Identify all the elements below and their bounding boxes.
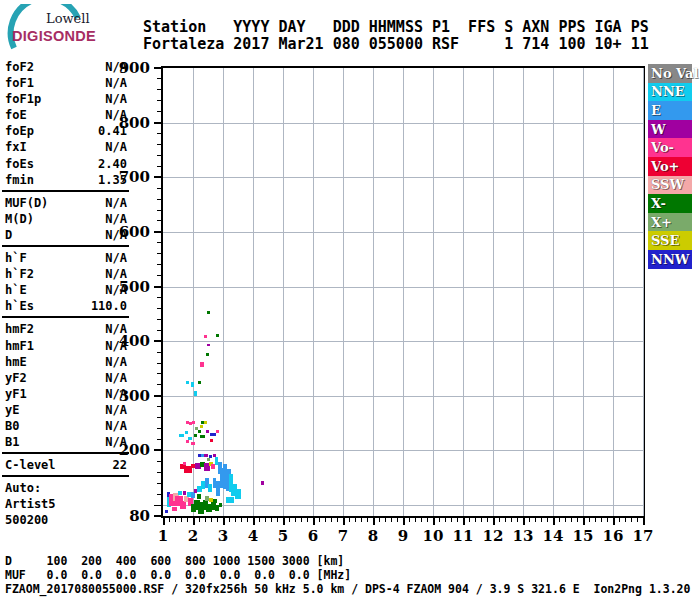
param-label: fxI <box>5 139 27 155</box>
data-point <box>208 484 212 492</box>
gridline-horizontal <box>163 232 643 233</box>
x-axis-minor-tick <box>541 518 542 522</box>
x-axis-tick-label: 17 <box>631 527 655 545</box>
param-value: N/A <box>105 250 127 266</box>
auto-block-line: Auto: <box>5 480 127 496</box>
x-axis-minor-tick <box>229 518 230 522</box>
param-label: foF1 <box>5 75 34 91</box>
param-row: MUF(D)N/A <box>5 195 127 211</box>
legend-label: NNW <box>648 252 689 267</box>
x-axis-major-tick <box>163 518 165 525</box>
x-axis-minor-tick <box>355 518 356 522</box>
param-row: foF2N/A <box>5 59 127 75</box>
x-axis-tick-label: 11 <box>451 527 475 545</box>
x-axis-minor-tick <box>559 518 560 522</box>
y-axis-minor-tick <box>157 406 161 407</box>
x-axis-tick-label: 12 <box>481 527 505 545</box>
y-axis-tick-label: 900 <box>114 59 150 77</box>
y-axis-minor-tick <box>157 417 161 418</box>
x-axis-major-tick <box>553 518 555 525</box>
y-axis-tick <box>154 450 161 451</box>
data-point <box>191 442 195 445</box>
x-axis-minor-tick <box>205 518 206 522</box>
legend-item: NNE <box>648 83 692 102</box>
y-axis-minor-tick <box>157 253 161 254</box>
data-point <box>186 440 189 443</box>
param-value: N/A <box>105 370 127 386</box>
data-point <box>194 434 197 437</box>
x-axis-minor-tick <box>481 518 482 522</box>
y-axis-minor-tick <box>157 188 161 189</box>
y-axis-minor-tick <box>157 133 161 134</box>
param-label: B1 <box>5 434 19 450</box>
y-axis-tick-label: 800 <box>114 114 150 132</box>
y-axis-minor-tick <box>157 155 161 156</box>
x-axis-minor-tick <box>619 518 620 522</box>
x-axis-tick-label: 16 <box>601 527 625 545</box>
legend-item: Vo+ <box>648 157 692 176</box>
x-axis-minor-tick <box>181 518 182 522</box>
x-axis-minor-tick <box>235 518 236 522</box>
param-label: h`E <box>5 282 27 298</box>
y-axis-minor-tick <box>157 100 161 101</box>
ionogram-plot-area <box>161 66 645 518</box>
data-point <box>216 334 219 337</box>
data-point <box>183 491 186 495</box>
data-point <box>261 481 264 485</box>
gridline-vertical <box>283 68 284 516</box>
data-point <box>183 462 186 465</box>
param-separator <box>2 475 129 477</box>
x-axis-minor-tick <box>487 518 488 522</box>
y-axis-minor-tick <box>157 242 161 243</box>
y-axis-minor-tick <box>157 264 161 265</box>
x-axis-tick-label: 5 <box>271 527 295 545</box>
x-axis-tick-label: 13 <box>511 527 535 545</box>
x-axis-tick-label: 9 <box>391 527 415 545</box>
x-axis-minor-tick <box>409 518 410 522</box>
logo-digisonde-text: DIGISONDE <box>12 28 96 44</box>
y-axis-minor-tick <box>157 111 161 112</box>
x-axis-minor-tick <box>169 518 170 522</box>
x-axis-minor-tick <box>631 518 632 522</box>
param-separator <box>2 245 129 247</box>
legend-label: SSE <box>648 233 679 248</box>
y-axis-tick <box>154 395 161 396</box>
param-label: foEs <box>5 156 34 172</box>
x-axis-minor-tick <box>601 518 602 522</box>
x-axis-tick-label: 4 <box>241 527 265 545</box>
param-separator <box>2 190 129 192</box>
param-row: hmEN/A <box>5 354 127 370</box>
gridline-vertical <box>373 68 374 516</box>
x-axis-minor-tick <box>211 518 212 522</box>
x-axis-minor-tick <box>271 518 272 522</box>
y-axis-minor-tick <box>157 483 161 484</box>
param-value: N/A <box>105 354 127 370</box>
x-axis-tick-label: 8 <box>361 527 385 545</box>
x-axis-minor-tick <box>589 518 590 522</box>
parameter-panel: foF2N/AfoF1N/AfoF1pN/AfoEN/AfoEp0.41fxIN… <box>5 59 127 529</box>
x-axis-major-tick <box>253 518 255 525</box>
x-axis-minor-tick <box>451 518 452 522</box>
data-point <box>210 439 213 442</box>
x-axis-minor-tick <box>175 518 176 522</box>
param-row: yF2N/A <box>5 370 127 386</box>
gridline-vertical <box>613 68 614 516</box>
y-axis-tick <box>154 286 161 287</box>
x-axis-tick-label: 15 <box>571 527 595 545</box>
legend-label: X+ <box>648 215 672 230</box>
auto-block-line: Artist5 <box>5 496 127 512</box>
y-axis-tick <box>154 341 161 342</box>
gridline-vertical <box>193 68 194 516</box>
x-axis-minor-tick <box>439 518 440 522</box>
x-axis-minor-tick <box>427 518 428 522</box>
param-value: 110.0 <box>91 298 127 314</box>
data-point <box>215 505 219 511</box>
data-point <box>165 510 168 513</box>
param-separator <box>2 316 129 318</box>
param-row: foEs2.40 <box>5 156 127 172</box>
x-axis-minor-tick <box>241 518 242 522</box>
header-line-2: Fortaleza 2017 Mar21 080 055000 RSF 1 71… <box>143 35 649 53</box>
data-point <box>185 431 188 434</box>
gridline-vertical <box>433 68 434 516</box>
legend-item: X+ <box>648 213 692 232</box>
